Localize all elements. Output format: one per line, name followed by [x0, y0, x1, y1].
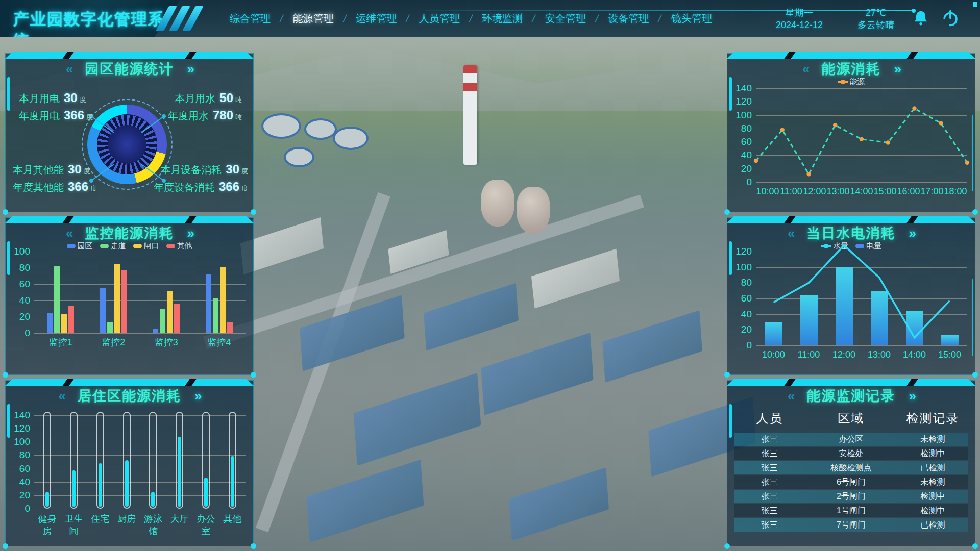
records-table-body: 张三办公区未检测张三安检处检测中张三核酸检测点已检测张三6号闸门未检测张三2号闸…: [734, 433, 968, 533]
legend-label: 能源: [850, 77, 865, 87]
bar-group-监控2: [100, 264, 127, 333]
temperature-label: 27℃: [857, 7, 894, 19]
legend-item-闸口[interactable]: 闸口: [133, 241, 159, 251]
bar-group-监控4: [206, 267, 233, 333]
bar-闸口: [61, 314, 67, 333]
data-point-marker: [833, 123, 837, 127]
legend-color-chip: [67, 244, 76, 248]
x-tick-label: 15:00: [873, 186, 897, 197]
nav-separator: /: [657, 13, 663, 24]
date-label: 2024-12-12: [776, 19, 823, 31]
data-point-marker: [860, 137, 864, 141]
title-next-arrows[interactable]: »: [194, 388, 200, 404]
cell-status: 检测中: [898, 448, 968, 459]
cell-person: 张三: [734, 477, 804, 488]
corner-dot: [972, 209, 978, 215]
corner-dot: [972, 543, 978, 549]
nav-item-6[interactable]: 安全管理: [540, 9, 591, 29]
y-tick-label: 140: [730, 83, 752, 94]
capsule-fill: [204, 478, 208, 507]
cell-status: 未检测: [898, 477, 968, 488]
x-tick-label: 监控4: [193, 336, 246, 348]
capsule-fill: [72, 470, 76, 507]
title-next-arrows[interactable]: »: [187, 226, 193, 241]
x-axis-labels: 10:0011:0012:0013:0014:0015:0016:0017:00…: [756, 186, 967, 197]
nav-separator: /: [279, 13, 284, 24]
cell-status: 未检测: [898, 434, 968, 445]
scene-storage-tank: [333, 127, 369, 150]
scene-building: [354, 373, 481, 466]
corner-dot: [724, 372, 730, 378]
legend-item-能源[interactable]: 能源: [838, 77, 865, 87]
legend-item-其他[interactable]: 其他: [166, 241, 192, 251]
y-tick-label: 140: [9, 410, 30, 421]
grid-line: [756, 182, 967, 183]
title-next-arrows[interactable]: »: [909, 226, 915, 241]
cell-status: 检测中: [898, 491, 968, 502]
header-accent-line: [425, 10, 914, 11]
nav-item-4[interactable]: 人员管理: [414, 9, 465, 29]
grid-line: [756, 115, 967, 116]
capsule-大厅: [176, 412, 183, 509]
panel-side-accent: [972, 115, 973, 191]
cell-area: 核酸检测点: [804, 463, 898, 473]
power-button[interactable]: [941, 9, 960, 28]
x-tick-label: 13:00: [862, 349, 897, 360]
title-prev-arrows[interactable]: «: [66, 61, 71, 77]
data-point-marker: [965, 161, 969, 165]
panel-energy-consumption: «能源消耗» 能源 14012010080604020010:0011:0012…: [727, 53, 975, 212]
capsule-bars: [34, 412, 246, 509]
title-prev-arrows[interactable]: «: [802, 61, 808, 77]
title-prev-arrows[interactable]: «: [788, 388, 793, 404]
legend-item-走道[interactable]: 走道: [100, 241, 126, 251]
y-tick-label: 80: [730, 277, 752, 288]
title-next-arrows[interactable]: »: [894, 61, 900, 77]
capsule-厨房: [123, 412, 131, 509]
y-tick-label: 40: [730, 309, 752, 320]
panel-top-decoration: [5, 52, 254, 59]
corner-dot: [972, 372, 978, 378]
title-next-arrows[interactable]: »: [909, 388, 915, 404]
nav-separator: /: [405, 13, 410, 24]
x-tick-label: 住宅: [87, 513, 114, 537]
data-point-marker: [886, 140, 890, 144]
y-tick-label: 120: [730, 96, 752, 107]
data-point-marker: [754, 159, 758, 163]
title-next-arrows[interactable]: »: [187, 61, 193, 77]
y-tick-label: 60: [730, 293, 752, 304]
y-tick-label: 60: [730, 136, 752, 147]
nav-item-2[interactable]: 能源管理: [288, 9, 339, 29]
panel-title-text: 园区能源统计: [85, 61, 174, 77]
nav-item-7[interactable]: 设备管理: [603, 9, 654, 29]
nav-item-1[interactable]: 综合管理: [225, 9, 276, 29]
panel-daily-water-power: «当日水电消耗» 水量电量 12010080604020010:0011:001…: [727, 217, 975, 375]
title-prev-arrows[interactable]: «: [66, 226, 71, 241]
table-row: 张三1号闸门检测中: [734, 504, 968, 517]
title-prev-arrows[interactable]: «: [59, 388, 64, 404]
nav-item-5[interactable]: 环境监测: [477, 9, 528, 29]
y-tick-label: 60: [9, 279, 30, 290]
legend-label: 其他: [177, 241, 192, 251]
donut-core: [108, 125, 146, 164]
nav-item-8[interactable]: 镜头管理: [666, 9, 717, 29]
capsule-卫生间: [70, 412, 78, 509]
bar-12:00: [836, 267, 853, 345]
nav-separator: /: [594, 13, 599, 24]
nav-item-3[interactable]: 运维管理: [351, 9, 402, 29]
scene-building: [307, 459, 424, 542]
table-row: 张三安检处检测中: [734, 447, 968, 460]
notification-bell-button[interactable]: [912, 9, 930, 28]
grid-line: [34, 509, 246, 509]
legend-line-marker: [838, 81, 848, 83]
grid-line: [756, 345, 967, 346]
data-point-marker: [912, 106, 916, 110]
grid-line: [34, 333, 246, 334]
col-area: 区域: [804, 410, 898, 427]
cell-status: 已检测: [898, 520, 968, 531]
corner-dot: [724, 543, 730, 549]
grid-line: [756, 129, 967, 129]
legend-item-园区[interactable]: 园区: [67, 241, 93, 251]
title-prev-arrows[interactable]: «: [788, 226, 793, 241]
panel-top-decoration: [727, 52, 975, 59]
panel-title-row: «当日水电消耗»: [727, 224, 975, 242]
